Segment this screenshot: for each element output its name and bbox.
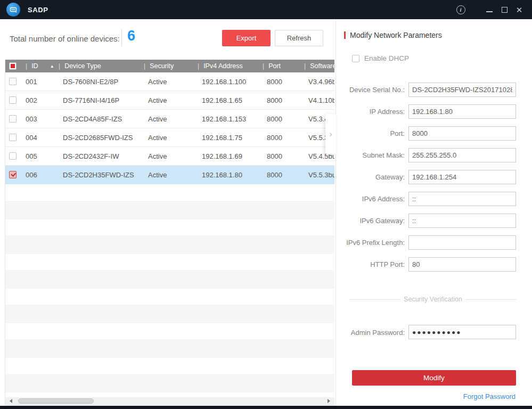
device-count: 6 (127, 28, 135, 44)
table-row[interactable]: 006 DS-2CD2H35FWD-IZS Active 192.168.1.8… (5, 166, 334, 184)
sort-asc-icon: ▲ (50, 64, 54, 69)
device-list-pane: Total number of online devices: 6 Export… (0, 19, 334, 406)
cell-id: 005 (24, 152, 59, 160)
cell-id: 004 (24, 134, 59, 142)
scrollbar-thumb[interactable] (18, 398, 94, 404)
field-label: Gateway: (375, 173, 405, 181)
security-verification-divider: Security Verification (349, 296, 517, 303)
row-checkbox[interactable] (9, 152, 17, 160)
cell-ipv4: 192.168.1.153 (198, 115, 263, 123)
network-fields: Device Serial No.: IP Address: Port: Sub… (336, 83, 532, 279)
ipv6-gateway-input[interactable] (408, 214, 516, 228)
port-input[interactable] (408, 126, 516, 141)
cell-port: 8000 (263, 96, 304, 104)
row-checkbox[interactable] (9, 96, 17, 104)
subnet-mask-input[interactable] (408, 148, 516, 162)
header-checkbox-cell (5, 62, 24, 70)
field-label: IP Address: (370, 108, 405, 116)
enable-dhcp-row: Enable DHCP (352, 54, 409, 62)
field-label: Port: (390, 129, 405, 137)
field-label: IPv6 Gateway: (359, 217, 405, 225)
ipv6-address-input[interactable] (408, 192, 516, 206)
cell-security: Active (144, 78, 198, 86)
sadp-logo-icon (6, 3, 20, 17)
panel-title: Modify Network Parameters (344, 31, 442, 39)
sadp-window: SADP i ✕ Total number of online devices:… (0, 0, 532, 409)
cell-device-type: DS-7716NI-I4/16P (59, 96, 144, 104)
column-header-ipv4[interactable]: |IPv4 Address (198, 62, 263, 70)
gateway-input[interactable] (408, 170, 516, 184)
minimize-icon[interactable] (482, 3, 497, 17)
chevron-right-icon: › (329, 129, 332, 140)
cell-ipv4: 192.168.1.80 (198, 171, 263, 179)
admin-password-row: Admin Password: (336, 325, 532, 347)
device-table-body: 001 DS-7608NI-E2/8P Active 192.168.1.100… (5, 72, 334, 184)
horizontal-scrollbar[interactable] (5, 397, 334, 405)
modify-button[interactable]: Modify (352, 370, 516, 386)
empty-rows-area (5, 185, 334, 397)
cell-ipv4: 192.168.1.100 (198, 78, 263, 86)
panel-expander-tab[interactable]: › (325, 114, 336, 154)
device-table: |ID ▲ |Device Type |Security |IPv4 Addre… (5, 60, 334, 405)
table-header-row: |ID ▲ |Device Type |Security |IPv4 Addre… (5, 60, 334, 72)
cell-id: 002 (24, 96, 59, 104)
enable-dhcp-checkbox[interactable] (352, 55, 359, 62)
column-header-port[interactable]: |Port (263, 62, 304, 70)
ip-address-input[interactable] (408, 104, 516, 119)
count-divider (121, 29, 122, 46)
row-checkbox[interactable] (9, 115, 17, 122)
cell-software: V5.5.3bu (304, 171, 334, 179)
export-button[interactable]: Export (222, 30, 271, 46)
cell-device-type: DS-2CD2H35FWD-IZS (59, 171, 144, 179)
field-label: HTTP Port: (370, 260, 405, 268)
cell-ipv4: 192.168.1.65 (198, 96, 263, 104)
cell-security: Active (144, 152, 198, 160)
cell-security: Active (144, 96, 198, 104)
column-header-software[interactable]: |Software (304, 62, 334, 70)
scroll-right-icon[interactable] (328, 399, 330, 403)
cell-port: 8000 (263, 134, 304, 142)
form-field-row: Gateway: (336, 170, 532, 192)
cell-device-type: DS-2CD4A85F-IZS (59, 115, 144, 123)
refresh-button[interactable]: Refresh (275, 30, 323, 46)
app-title: SADP (28, 6, 48, 14)
column-header-id[interactable]: |ID ▲ (24, 62, 59, 70)
row-checkbox[interactable] (9, 171, 17, 178)
admin-password-label: Admin Password: (351, 329, 405, 337)
admin-password-input[interactable] (408, 325, 516, 339)
cell-device-type: DS-2CD2685FWD-IZS (59, 134, 144, 142)
cell-security: Active (144, 134, 198, 142)
close-icon[interactable]: ✕ (512, 3, 527, 17)
enable-dhcp-label: Enable DHCP (364, 54, 409, 62)
table-row[interactable]: 003 DS-2CD4A85F-IZS Active 192.168.1.153… (5, 110, 334, 128)
form-field-row: IPv6 Gateway: (336, 214, 532, 235)
device-serial-no-input[interactable] (408, 83, 516, 97)
cell-device-type: DS-2CD2432F-IW (59, 152, 144, 160)
row-checkbox[interactable] (9, 78, 17, 85)
row-checkbox[interactable] (9, 134, 17, 141)
window-bottom-border (0, 406, 532, 409)
cell-device-type: DS-7608NI-E2/8P (59, 78, 144, 86)
column-header-device-type[interactable]: |Device Type (59, 62, 144, 70)
table-row[interactable]: 002 DS-7716NI-I4/16P Active 192.168.1.65… (5, 91, 334, 110)
cell-port: 8000 (263, 152, 304, 160)
info-icon[interactable]: i (453, 3, 468, 17)
table-row[interactable]: 004 DS-2CD2685FWD-IZS Active 192.168.1.7… (5, 128, 334, 147)
maximize-icon[interactable] (497, 3, 512, 17)
modify-network-panel: Modify Network Parameters Enable DHCP De… (335, 19, 532, 406)
cell-ipv4: 192.168.1.75 (198, 134, 263, 142)
table-row[interactable]: 001 DS-7608NI-E2/8P Active 192.168.1.100… (5, 72, 334, 91)
forgot-password-link[interactable]: Forgot Password (463, 392, 515, 400)
http-port-input[interactable] (408, 257, 516, 272)
form-field-row: Port: (336, 126, 532, 148)
cell-software: V3.4.96b (304, 78, 334, 86)
ipv6-prefix-length-input[interactable] (408, 235, 516, 250)
table-row[interactable]: 005 DS-2CD2432F-IW Active 192.168.1.69 8… (5, 147, 334, 166)
scroll-left-icon[interactable] (10, 399, 12, 403)
cell-security: Active (144, 115, 198, 123)
title-accent-bar (344, 31, 346, 39)
form-field-row: IPv6 Address: (336, 192, 532, 214)
select-all-checkbox[interactable] (9, 62, 17, 70)
form-field-row: IP Address: (336, 104, 532, 126)
column-header-security[interactable]: |Security (144, 62, 198, 70)
